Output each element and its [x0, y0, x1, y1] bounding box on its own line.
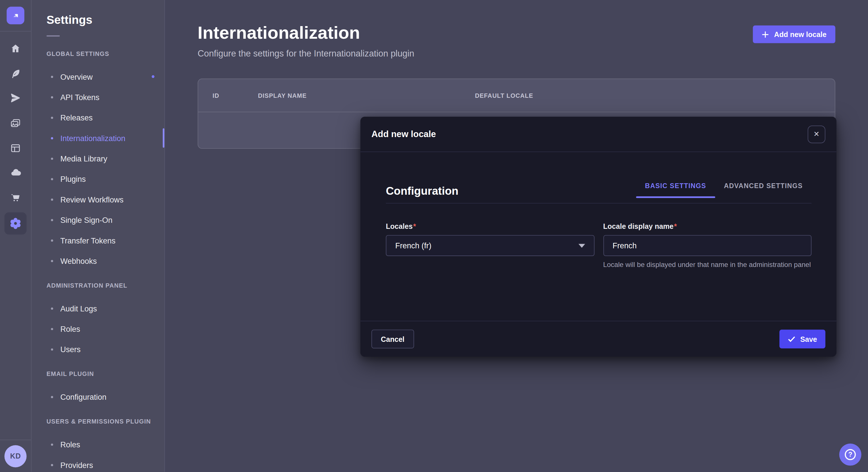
- bullet-icon: [51, 219, 53, 221]
- locales-field: Locales* French (fr): [386, 222, 594, 270]
- modal-footer: Cancel Save: [360, 321, 836, 357]
- sidebar-item-label: Users: [60, 345, 81, 353]
- strapi-logo-icon[interactable]: [7, 7, 24, 24]
- bullet-icon: [51, 348, 53, 350]
- app-window: KD Settings GLOBAL SETTINGSOverviewAPI T…: [0, 0, 868, 472]
- sidebar-item-label: Configuration: [60, 392, 106, 401]
- help-button[interactable]: ?: [839, 444, 861, 466]
- tab-basic-settings[interactable]: BASIC SETTINGS: [636, 182, 715, 197]
- bullet-icon: [51, 116, 53, 119]
- sidebar-item-label: Releases: [60, 113, 93, 122]
- bullet-icon: [51, 137, 53, 139]
- bullet-icon: [51, 75, 53, 78]
- sidebar-item-label: API Tokens: [60, 93, 99, 102]
- close-icon[interactable]: ✕: [808, 125, 826, 143]
- sidebar-item-label: Audit Logs: [60, 304, 97, 313]
- page-title: Internationalization: [197, 22, 835, 43]
- tab-advanced-settings[interactable]: ADVANCED SETTINGS: [715, 182, 811, 197]
- sidebar-item-api-tokens[interactable]: API Tokens: [32, 87, 164, 107]
- sidebar-item-audit-logs[interactable]: Audit Logs: [32, 298, 164, 318]
- cloud-icon[interactable]: [0, 160, 31, 185]
- sidebar-section: ADMINISTRATION PANELAudit LogsRolesUsers: [32, 281, 164, 360]
- cancel-button[interactable]: Cancel: [371, 330, 414, 348]
- sidebar-section-label-users-permissions-plugin: USERS & PERMISSIONS PLUGIN: [46, 417, 164, 425]
- sidebar-item-overview[interactable]: Overview: [32, 66, 164, 87]
- display-name-label: Locale display name*: [603, 222, 811, 231]
- configuration-row: Configuration BASIC SETTINGS ADVANCED SE…: [386, 182, 811, 197]
- sidebar-item-providers[interactable]: Providers: [32, 454, 164, 472]
- sidebar-section: GLOBAL SETTINGSOverviewAPI TokensRelease…: [32, 50, 164, 271]
- column-display-name: DISPLAY NAME: [258, 92, 475, 99]
- sidebar-item-label: Overview: [60, 72, 93, 81]
- bullet-icon: [51, 178, 53, 180]
- modal-body: Configuration BASIC SETTINGS ADVANCED SE…: [360, 152, 836, 321]
- notification-dot-icon: [152, 75, 154, 78]
- sidebar-item-releases[interactable]: Releases: [32, 107, 164, 128]
- media-library-icon[interactable]: [0, 111, 31, 136]
- sidebar-section-label-administration-panel: ADMINISTRATION PANEL: [46, 281, 164, 289]
- table-header-row: ID DISPLAY NAME DEFAULT LOCALE: [198, 79, 835, 112]
- sidebar-item-label: Webhooks: [60, 256, 97, 265]
- sidebar-item-label: Single Sign-On: [60, 215, 113, 224]
- sidebar-section-label-global-settings: GLOBAL SETTINGS: [46, 50, 164, 58]
- add-new-locale-button[interactable]: Add new locale: [753, 26, 836, 43]
- locales-select-value: French (fr): [395, 241, 431, 250]
- add-locale-modal: Add new locale ✕ Configuration BASIC SET…: [360, 117, 836, 357]
- main-content: Internationalization Configure the setti…: [165, 0, 868, 472]
- locales-label: Locales*: [386, 222, 594, 231]
- required-asterisk: *: [413, 222, 416, 231]
- tabs-divider: [386, 203, 811, 204]
- nav-rail: KD: [0, 0, 32, 472]
- column-id: ID: [213, 92, 258, 99]
- sidebar-section: EMAIL PLUGINConfiguration: [32, 370, 164, 407]
- column-default-locale: DEFAULT LOCALE: [475, 92, 533, 99]
- bullet-icon: [51, 198, 53, 200]
- content-feather-icon[interactable]: [0, 61, 31, 86]
- bullet-icon: [51, 396, 53, 398]
- bullet-icon: [51, 443, 53, 446]
- bullet-icon: [51, 307, 53, 309]
- sidebar-item-single-sign-on[interactable]: Single Sign-On: [32, 210, 164, 230]
- bullet-icon: [51, 464, 53, 466]
- sidebar-item-label: Plugins: [60, 174, 86, 183]
- modal-title: Add new locale: [371, 129, 436, 139]
- display-name-input[interactable]: [603, 235, 811, 256]
- sidebar-item-webhooks[interactable]: Webhooks: [32, 250, 164, 271]
- sidebar-item-label: Internationalization: [60, 134, 125, 142]
- sidebar-item-users[interactable]: Users: [32, 339, 164, 359]
- rail-nav: [0, 36, 31, 237]
- sidebar-item-label: Roles: [60, 440, 80, 449]
- home-icon[interactable]: [0, 36, 31, 61]
- sidebar-item-media-library[interactable]: Media Library: [32, 148, 164, 169]
- sidebar-item-review-workflows[interactable]: Review Workflows: [32, 189, 164, 210]
- sidebar-item-configuration[interactable]: Configuration: [32, 386, 164, 407]
- sidebar-item-internationalization[interactable]: Internationalization: [32, 128, 164, 148]
- sidebar-sections: GLOBAL SETTINGSOverviewAPI TokensRelease…: [32, 50, 164, 472]
- display-name-field: Locale display name* Locale will be disp…: [603, 222, 811, 270]
- user-avatar[interactable]: KD: [4, 445, 26, 467]
- bullet-icon: [51, 260, 53, 262]
- form-fields: Locales* French (fr) Locale display name…: [386, 222, 811, 270]
- bullet-icon: [51, 328, 53, 330]
- content-manager-layout-icon[interactable]: [0, 135, 31, 160]
- sidebar-item-roles[interactable]: Roles: [32, 434, 164, 454]
- display-name-hint: Locale will be displayed under that name…: [603, 260, 811, 270]
- sidebar-item-label: Media Library: [60, 154, 107, 163]
- sidebar-item-transfer-tokens[interactable]: Transfer Tokens: [32, 230, 164, 250]
- rail-bottom: KD: [0, 440, 31, 472]
- settings-gear-icon[interactable]: [0, 210, 31, 237]
- settings-sidebar: Settings GLOBAL SETTINGSOverviewAPI Toke…: [32, 0, 165, 472]
- chevron-down-icon: [578, 244, 585, 248]
- locales-select[interactable]: French (fr): [386, 235, 594, 256]
- sidebar-item-roles[interactable]: Roles: [32, 318, 164, 339]
- sidebar-item-label: Providers: [60, 461, 93, 469]
- plus-icon: [762, 31, 769, 38]
- bullet-icon: [51, 239, 53, 241]
- save-button[interactable]: Save: [779, 330, 826, 348]
- bullet-icon: [51, 96, 53, 98]
- question-mark-icon: ?: [845, 449, 856, 460]
- configuration-title: Configuration: [386, 184, 458, 197]
- send-plane-icon[interactable]: [0, 86, 31, 111]
- marketplace-cart-icon[interactable]: [0, 185, 31, 210]
- sidebar-item-plugins[interactable]: Plugins: [32, 169, 164, 189]
